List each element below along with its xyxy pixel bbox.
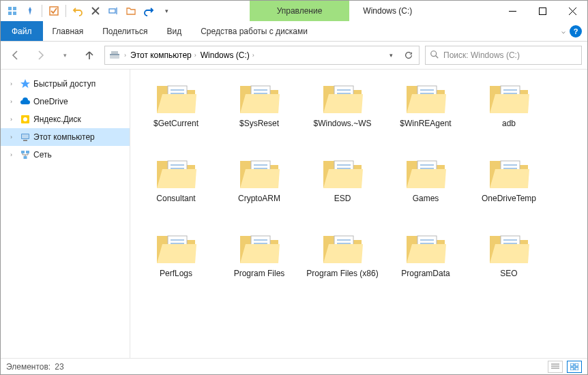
chevron-right-icon[interactable]: › [252, 52, 254, 59]
tree-item-onedrive[interactable]: › OneDrive [1, 93, 130, 110]
svg-rect-19 [21, 151, 25, 153]
svg-rect-4 [50, 7, 58, 15]
folder-icon [487, 154, 531, 192]
svg-rect-26 [575, 363, 578, 366]
qat-dropdown-icon[interactable]: ▾ [159, 3, 174, 18]
search-icon [430, 50, 439, 61]
expand-icon[interactable]: › [10, 98, 17, 105]
back-button[interactable] [6, 46, 25, 65]
breadcrumb-label: Этот компьютер [130, 50, 192, 60]
folder-label: Program Files (x86) [306, 269, 378, 278]
tab-view[interactable]: Вид [157, 21, 191, 41]
folder-icon [154, 154, 198, 192]
svg-rect-10 [110, 54, 119, 55]
help-icon[interactable]: ? [570, 25, 582, 38]
minimize-button[interactable] [497, 1, 527, 21]
details-view-button[interactable] [548, 361, 563, 373]
folder-icon [404, 154, 447, 192]
folder-item[interactable]: ESD [301, 151, 384, 226]
svg-rect-11 [111, 51, 118, 54]
folder-icon [404, 229, 447, 267]
refresh-icon[interactable] [400, 46, 417, 64]
rename-icon[interactable] [106, 3, 121, 18]
tab-home[interactable]: Главная [43, 21, 93, 41]
history-dropdown-icon[interactable]: ▾ [382, 46, 400, 64]
cloud-icon [20, 96, 31, 107]
folder-item[interactable]: PerfLogs [134, 226, 218, 301]
folder-icon [321, 229, 364, 267]
svg-rect-3 [13, 12, 16, 15]
pin-icon[interactable] [23, 3, 38, 18]
folder-label: Consultant [156, 194, 195, 203]
address-bar[interactable]: › Этот компьютер › Windows (C:) › ▾ [104, 46, 420, 65]
chevron-right-icon[interactable]: › [124, 52, 126, 59]
close-button[interactable] [557, 1, 587, 21]
folder-item[interactable]: $WinREAgent [384, 76, 467, 151]
tree-item-quick-access[interactable]: › Быстрый доступ [1, 75, 130, 93]
folder-icon [237, 154, 281, 192]
tab-share[interactable]: Поделиться [93, 21, 157, 41]
folder-item[interactable]: CryptoARM [218, 151, 301, 226]
chevron-right-icon[interactable]: › [194, 52, 196, 59]
folder-item[interactable]: adb [467, 76, 550, 151]
folder-item[interactable]: Program Files (x86) [301, 226, 384, 301]
search-input[interactable] [443, 50, 577, 60]
folder-item[interactable]: $GetCurrent [134, 76, 218, 151]
expand-icon[interactable]: › [10, 80, 17, 87]
folder-item[interactable]: ProgramData [384, 226, 467, 301]
navigation-pane[interactable]: › Быстрый доступ › OneDrive › Яндекс.Дис… [1, 70, 130, 358]
svg-line-13 [436, 55, 439, 58]
redo-icon[interactable] [141, 3, 156, 18]
undo-icon[interactable] [70, 3, 85, 18]
search-box[interactable] [425, 46, 582, 65]
ribbon-expand-icon[interactable]: ⌵ [561, 27, 565, 35]
folder-icon [237, 79, 281, 117]
svg-rect-17 [22, 134, 29, 138]
navigation-bar: ▾ › Этот компьютер › Windows (C:) › ▾ [1, 42, 587, 69]
folder-item[interactable]: $Windows.~WS [301, 76, 384, 151]
tree-item-yandex-disk[interactable]: › Яндекс.Диск [1, 110, 130, 128]
tree-item-network[interactable]: › Сеть [1, 146, 130, 164]
properties-icon[interactable] [5, 3, 20, 18]
window-title: Windows (C:) [349, 6, 426, 16]
svg-rect-21 [24, 156, 27, 159]
contextual-tab-manage[interactable]: Управление [250, 1, 350, 21]
tree-label: Этот компьютер [33, 132, 95, 142]
tab-file[interactable]: Файл [1, 21, 43, 41]
new-folder-icon[interactable] [123, 3, 138, 18]
folder-item[interactable]: SEO [467, 226, 550, 301]
status-bar: Элементов: 23 [1, 358, 587, 374]
network-icon [20, 149, 31, 160]
folder-item[interactable]: Games [384, 151, 467, 226]
folder-view[interactable]: $GetCurrent$SysReset$Windows.~WS$WinREAg… [130, 70, 587, 358]
folder-icon [487, 229, 531, 267]
up-button[interactable] [80, 46, 99, 65]
folder-label: CryptoARM [238, 194, 280, 203]
folder-item[interactable]: $SysReset [218, 76, 301, 151]
folder-item[interactable]: Consultant [134, 151, 218, 226]
tab-drive-tools[interactable]: Средства работы с дисками [191, 21, 317, 41]
svg-rect-27 [570, 368, 574, 370]
folder-label: ESD [334, 194, 351, 203]
expand-icon[interactable]: › [10, 134, 17, 140]
breadcrumb-root[interactable]: Этот компьютер › [130, 46, 196, 64]
tree-label: Быстрый доступ [33, 79, 95, 89]
folder-item[interactable]: Program Files [218, 226, 301, 301]
tree-item-this-pc[interactable]: › Этот компьютер [1, 128, 130, 146]
disk-icon [20, 114, 31, 125]
checkbox-icon[interactable] [46, 3, 61, 18]
recent-locations-button[interactable]: ▾ [55, 46, 74, 65]
tree-label: OneDrive [33, 97, 68, 106]
folder-item[interactable]: OneDriveTemp [467, 151, 550, 226]
forward-button[interactable] [31, 46, 50, 65]
maximize-button[interactable] [527, 1, 557, 21]
folder-label: OneDriveTemp [482, 194, 536, 203]
delete-icon[interactable] [88, 3, 103, 18]
icons-view-button[interactable] [567, 361, 582, 373]
expand-icon[interactable]: › [10, 116, 17, 123]
folder-label: PerfLogs [160, 269, 192, 278]
breadcrumb-current[interactable]: Windows (C:) › [201, 46, 254, 64]
quick-access-toolbar: ▾ [1, 3, 178, 18]
folder-icon [154, 229, 198, 267]
expand-icon[interactable]: › [10, 151, 17, 158]
